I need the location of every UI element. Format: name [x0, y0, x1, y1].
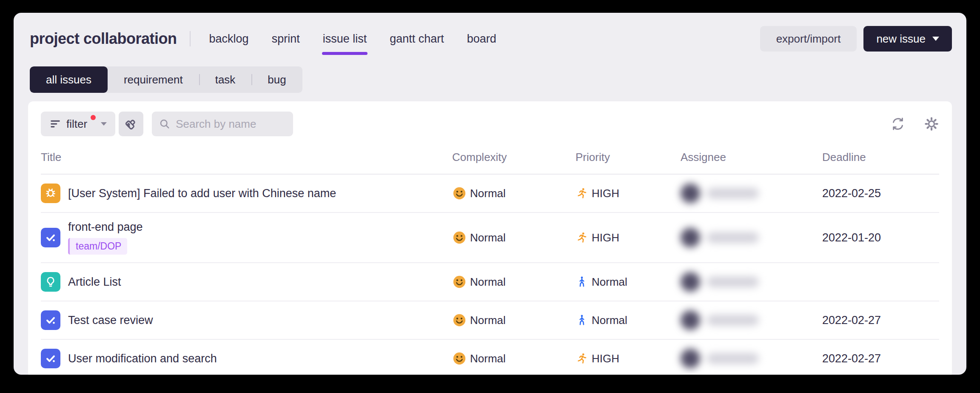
clear-filter-brush-icon — [124, 117, 138, 131]
nav-item-gantt-chart[interactable]: gantt chart — [389, 30, 445, 48]
filter-label: filter — [66, 118, 87, 131]
priority-value: Normal — [592, 275, 627, 289]
header-divider — [190, 31, 191, 46]
avatar — [681, 310, 700, 330]
priority-cell: HIGH — [575, 231, 681, 244]
export-import-button[interactable]: export/import — [760, 26, 857, 52]
search-icon — [159, 118, 171, 130]
issue-type-icon — [41, 184, 60, 203]
complexity-value: Normal — [470, 275, 506, 289]
refresh-icon — [891, 117, 905, 131]
deadline-value: 2022-02-25 — [822, 187, 939, 200]
assignee-blurred — [681, 272, 759, 292]
nav-item-backlog[interactable]: backlog — [208, 30, 250, 48]
issue-title[interactable]: [User System] Failed to add user with Ch… — [68, 187, 336, 200]
complexity-value: Normal — [470, 231, 506, 244]
complexity-smiley-icon — [452, 186, 467, 201]
priority-cell: Normal — [575, 275, 681, 289]
avatar — [681, 349, 700, 368]
toolbar: filter — [41, 112, 939, 136]
search-box — [152, 112, 293, 136]
priority-cell: HIGH — [575, 352, 681, 365]
issue-title[interactable]: front-end page — [68, 221, 143, 234]
issue-list-card: filter — [28, 101, 952, 375]
assignee-blurred — [681, 184, 759, 203]
new-issue-button[interactable]: new issue — [863, 26, 952, 52]
issue-type-icon — [41, 272, 60, 292]
issue-title[interactable]: Test case review — [68, 314, 153, 327]
issue-tag: team/DOP — [68, 238, 127, 255]
search-input[interactable] — [176, 118, 286, 131]
table-row[interactable]: front-end page team/DOP Normal HIGH — [41, 213, 939, 263]
priority-cell: HIGH — [575, 186, 681, 200]
assignee-cell — [681, 272, 822, 292]
column-assignee: Assignee — [681, 151, 822, 164]
complexity-cell: Normal — [452, 275, 575, 289]
column-deadline: Deadline — [822, 151, 939, 164]
assignee-name — [707, 276, 759, 287]
table-row[interactable]: Article List Normal Normal — [41, 263, 939, 301]
nav-item-sprint[interactable]: sprint — [271, 30, 301, 48]
issue-type-icon — [41, 349, 60, 368]
avatar — [681, 228, 700, 247]
deadline-value: 2022-02-27 — [822, 352, 939, 365]
tab-bug[interactable]: bug — [251, 66, 302, 93]
assignee-cell — [681, 184, 822, 203]
assignee-name — [707, 232, 759, 243]
deadline-value: 2022-02-27 — [822, 314, 939, 327]
tab-requirement[interactable]: requirement — [108, 66, 199, 93]
complexity-cell: Normal — [452, 313, 575, 327]
table-row[interactable]: [User System] Failed to add user with Ch… — [41, 175, 939, 213]
nav-item-board[interactable]: board — [466, 30, 497, 48]
settings-button[interactable] — [924, 116, 939, 132]
complexity-cell: Normal — [452, 186, 575, 201]
assignee-cell — [681, 310, 822, 330]
priority-value: HIGH — [592, 187, 619, 200]
issue-type-tabs: all issues requirement task bug — [30, 66, 302, 93]
assignee-cell — [681, 349, 822, 368]
complexity-smiley-icon — [452, 313, 467, 327]
column-priority: Priority — [575, 151, 681, 164]
table-row[interactable]: User modification and search Normal HIGH — [41, 340, 939, 375]
refresh-button[interactable] — [891, 117, 905, 131]
priority-value: HIGH — [592, 231, 619, 244]
priority-value: Normal — [592, 314, 627, 327]
top-nav: backlog sprint issue list gantt chart bo… — [208, 30, 497, 48]
table-header: Title Complexity Priority Assignee Deadl… — [41, 141, 939, 175]
gear-icon — [924, 116, 939, 132]
complexity-value: Normal — [470, 352, 506, 365]
priority-icon — [575, 275, 588, 289]
app-window: project collaboration backlog sprint iss… — [14, 13, 966, 375]
issue-title[interactable]: User modification and search — [68, 352, 217, 365]
clear-filter-button[interactable] — [119, 112, 143, 136]
column-complexity: Complexity — [452, 151, 575, 164]
table-body: [User System] Failed to add user with Ch… — [41, 175, 939, 375]
nav-item-issue-list[interactable]: issue list — [322, 30, 368, 48]
assignee-name — [707, 353, 759, 364]
new-issue-label: new issue — [876, 32, 926, 46]
table-row[interactable]: Test case review Normal Normal 20 — [41, 301, 939, 340]
complexity-cell: Normal — [452, 230, 575, 245]
complexity-value: Normal — [470, 314, 506, 327]
issue-title[interactable]: Article List — [68, 275, 121, 289]
complexity-smiley-icon — [452, 351, 467, 366]
complexity-smiley-icon — [452, 275, 467, 289]
avatar — [681, 184, 700, 203]
priority-icon — [575, 313, 588, 327]
priority-icon — [575, 231, 588, 244]
priority-value: HIGH — [592, 352, 619, 365]
complexity-value: Normal — [470, 187, 506, 200]
assignee-blurred — [681, 310, 759, 330]
assignee-cell — [681, 228, 822, 247]
deadline-value: 2022-01-20 — [822, 231, 939, 244]
filter-button[interactable]: filter — [41, 112, 115, 136]
complexity-cell: Normal — [452, 351, 575, 366]
tab-all-issues[interactable]: all issues — [30, 66, 108, 93]
filter-active-badge — [91, 115, 96, 120]
priority-cell: Normal — [575, 313, 681, 327]
tab-task[interactable]: task — [199, 66, 252, 93]
assignee-blurred — [681, 349, 759, 368]
issue-type-icon — [41, 310, 60, 330]
page-title: project collaboration — [30, 30, 177, 48]
avatar — [681, 272, 700, 292]
